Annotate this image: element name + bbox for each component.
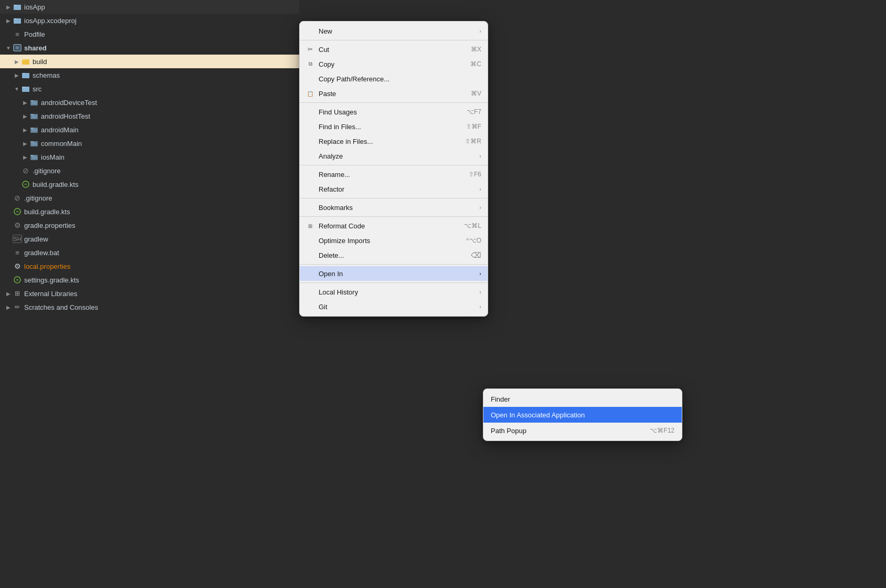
tree-item-gitignore-root[interactable]: ⊘ .gitignore — [0, 191, 299, 205]
external-libraries-icon: ⊞ — [13, 289, 22, 298]
tree-label-androidhosttest: androidHostTest — [41, 112, 90, 120]
svg-rect-10 — [22, 73, 25, 74]
menu-item-copy-path[interactable]: Copy Path/Reference... — [300, 71, 488, 86]
submenu-item-path-popup[interactable]: Path Popup ⌥⌘F12 — [483, 423, 682, 438]
menu-label-refactor: Refactor — [319, 185, 344, 193]
gradlew-bat-icon: ≡ — [13, 248, 22, 257]
tree-label-iosapp: iosApp — [24, 3, 45, 11]
menu-item-find-in-files[interactable]: Find in Files... ⇧⌘F — [300, 119, 488, 134]
menu-item-rename[interactable]: Rename... ⇧F6 — [300, 167, 488, 182]
menu-label-cut: Cut — [319, 46, 329, 54]
chevron-src — [13, 85, 21, 93]
tree-item-iosapp[interactable]: iosApp — [0, 0, 299, 14]
svg-rect-1 — [14, 5, 17, 6]
menu-item-replace-in-files[interactable]: Replace in Files... ⇧⌘R — [300, 134, 488, 149]
menu-item-git[interactable]: Git › — [300, 299, 488, 314]
tree-item-iosmain[interactable]: iosMain — [0, 150, 299, 164]
tree-label-xcodeproj: iosApp.xcodeproj — [24, 17, 77, 25]
tree-item-scratches[interactable]: ✏ Scratches and Consoles — [0, 300, 299, 314]
chevron-iosapp — [4, 3, 13, 11]
tree-item-gradlew-bat[interactable]: ≡ gradlew.bat — [0, 246, 299, 259]
menu-item-optimize-imports[interactable]: Optimize Imports ^⌥O — [300, 233, 488, 248]
tree-item-gradle-root[interactable]: build.gradle.kts — [0, 205, 299, 218]
svg-rect-20 — [30, 128, 34, 129]
right-background — [483, 0, 886, 588]
submenu-item-finder[interactable]: Finder — [483, 391, 682, 407]
svg-rect-15 — [31, 101, 37, 104]
tree-item-gradle-shared[interactable]: build.gradle.kts — [0, 177, 299, 191]
svg-rect-23 — [30, 141, 34, 142]
tree-item-commonmain[interactable]: commonMain — [0, 136, 299, 150]
tree-label-shared: shared — [24, 44, 47, 52]
chevron-androidmain — [21, 125, 29, 134]
paste-icon: 📋 — [306, 91, 314, 97]
menu-label-local-history: Local History — [319, 288, 358, 296]
menu-label-replace-files: Replace in Files... — [319, 138, 373, 145]
svg-rect-17 — [30, 114, 34, 115]
tree-item-androiddevicetest[interactable]: androidDeviceTest — [0, 96, 299, 109]
menu-label-git: Git — [319, 303, 328, 311]
tree-item-src[interactable]: src — [0, 82, 299, 96]
menu-item-bookmarks[interactable]: Bookmarks › — [300, 200, 488, 215]
cut-shortcut: ⌘X — [471, 46, 481, 53]
tree-label-schemas: schemas — [33, 71, 60, 79]
bookmarks-arrow: › — [479, 204, 481, 211]
androiddevicetest-icon — [29, 98, 39, 107]
gradlew-icon: SH — [13, 235, 22, 243]
menu-item-new[interactable]: New › — [300, 24, 488, 38]
tree-item-local-properties[interactable]: ⚙ local.properties — [0, 259, 299, 273]
separator-1 — [300, 40, 488, 40]
separator-6 — [300, 264, 488, 265]
iosmain-icon — [29, 153, 39, 161]
svg-rect-18 — [31, 115, 37, 118]
menu-item-reformat[interactable]: ⊞ Reformat Code ⌥⌘L — [300, 218, 488, 233]
menu-item-find-usages[interactable]: Find Usages ⌥F7 — [300, 104, 488, 119]
xcodeproj-icon — [13, 16, 22, 25]
menu-item-copy[interactable]: ⧉ Copy ⌘C — [300, 57, 488, 71]
submenu-item-open-associated[interactable]: Open In Associated Application — [483, 407, 682, 423]
chevron-scratches — [4, 303, 13, 311]
menu-item-paste[interactable]: 📋 Paste ⌘V — [300, 86, 488, 101]
menu-label-analyze: Analyze — [319, 152, 343, 160]
tree-label-scratches: Scratches and Consoles — [24, 303, 98, 311]
tree-item-gradle-properties[interactable]: ⚙ gradle.properties — [0, 218, 299, 232]
tree-item-schemas[interactable]: schemas — [0, 68, 299, 82]
tree-label-gradle-properties: gradle.properties — [24, 222, 76, 229]
svg-rect-26 — [30, 155, 34, 156]
menu-item-cut[interactable]: ✂ Cut ⌘X — [300, 42, 488, 57]
svg-rect-24 — [31, 142, 37, 145]
build-folder-icon — [21, 57, 30, 66]
tree-item-settings-gradle[interactable]: settings.gradle.kts — [0, 273, 299, 287]
tree-label-gradle-root: build.gradle.kts — [24, 208, 70, 216]
menu-item-delete[interactable]: Delete... ⌫ — [300, 248, 488, 262]
gradle-properties-icon: ⚙ — [13, 221, 22, 229]
svg-rect-12 — [22, 87, 25, 88]
chevron-androiddevicetest — [21, 98, 29, 107]
svg-rect-3 — [14, 18, 17, 19]
menu-label-reformat: Reformat Code — [319, 222, 365, 230]
menu-item-refactor[interactable]: Refactor › — [300, 182, 488, 196]
tree-item-external-libraries[interactable]: ⊞ External Libraries — [0, 287, 299, 300]
menu-label-new: New — [319, 27, 332, 35]
tree-item-gitignore-shared[interactable]: ⊘ .gitignore — [0, 164, 299, 177]
svg-rect-14 — [30, 100, 34, 101]
tree-item-shared[interactable]: M shared — [0, 41, 299, 55]
tree-item-podfile[interactable]: ≡ Podfile — [0, 27, 299, 41]
menu-item-open-in[interactable]: Open In › — [300, 266, 488, 281]
menu-item-analyze[interactable]: Analyze › — [300, 149, 488, 163]
open-in-arrow: › — [479, 270, 481, 277]
gitignore-root-icon: ⊘ — [13, 194, 22, 202]
tree-item-androidhosttest[interactable]: androidHostTest — [0, 109, 299, 123]
tree-label-androidmain: androidMain — [41, 126, 79, 134]
chevron-external-libraries — [4, 289, 13, 298]
menu-item-local-history[interactable]: Local History › — [300, 285, 488, 299]
tree-item-xcodeproj[interactable]: iosApp.xcodeproj — [0, 14, 299, 27]
tree-item-gradlew[interactable]: SH gradlew — [0, 232, 299, 246]
paste-shortcut: ⌘V — [471, 90, 481, 97]
context-menu: New › ✂ Cut ⌘X ⧉ Copy ⌘C Copy Path/Refer… — [299, 21, 488, 317]
tree-item-build[interactable]: build — [0, 55, 299, 68]
tree-item-androidmain[interactable]: androidMain — [0, 123, 299, 136]
svg-text:M: M — [16, 46, 19, 49]
separator-3 — [300, 165, 488, 165]
new-arrow: › — [479, 28, 481, 34]
